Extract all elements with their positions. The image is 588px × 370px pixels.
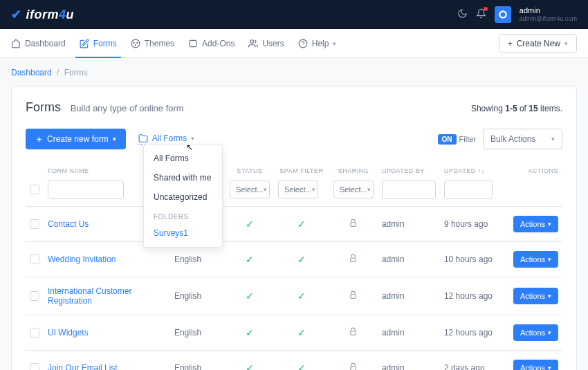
form-link[interactable]: Contact Us — [48, 219, 89, 229]
toolbar: Create new form ▾ All Forms ▾ ↖ All Form… — [26, 129, 562, 149]
row-actions-button[interactable]: Actions ▾ — [513, 324, 558, 341]
check-icon: ✓ — [297, 254, 306, 265]
col-spam[interactable]: SPAM FILTER — [274, 162, 329, 180]
chevron-down-icon: ▾ — [333, 40, 336, 47]
edit-icon — [80, 39, 89, 48]
puzzle-icon — [188, 39, 198, 48]
bulk-actions-select[interactable]: Bulk Actions ▾ — [483, 129, 562, 149]
table-row: Join Our Email List English ✓ ✓ admin 2 … — [26, 351, 562, 371]
create-form-button[interactable]: Create new form ▾ — [26, 129, 126, 149]
filter-sharing-select[interactable]: Select...▾ — [333, 181, 374, 198]
col-sharing[interactable]: SHARING — [329, 162, 378, 180]
theme-toggle-icon[interactable] — [457, 8, 468, 21]
chevron-down-icon: ▾ — [551, 136, 555, 142]
row-updated: 9 hours ago — [440, 207, 509, 242]
svg-point-3 — [134, 42, 134, 43]
notification-dot — [484, 7, 488, 11]
filter-spam-select[interactable]: Select...▾ — [278, 181, 318, 198]
row-actions-button[interactable]: Actions ▾ — [513, 360, 558, 370]
dropdown-all-forms[interactable]: All Forms — [144, 149, 222, 168]
folder-selector[interactable]: All Forms ▾ — [138, 133, 195, 145]
form-link[interactable]: UI Widgets — [48, 328, 89, 337]
row-actions-button[interactable]: Actions ▾ — [513, 251, 558, 268]
users-icon — [248, 39, 258, 48]
row-checkbox[interactable] — [30, 291, 39, 301]
svg-rect-12 — [351, 223, 356, 226]
table-row: Wedding Invitation English ✓ ✓ admin 10 … — [26, 242, 562, 277]
row-updated: 2 days ago — [440, 351, 509, 371]
nav-forms[interactable]: Forms — [80, 29, 117, 57]
plus-icon — [35, 136, 43, 143]
nav-users[interactable]: Users — [248, 29, 284, 57]
row-checkbox[interactable] — [30, 328, 39, 337]
row-language: English — [170, 315, 226, 351]
check-icon: ✓ — [246, 362, 254, 370]
sort-icon: ↑↓ — [478, 167, 485, 174]
user-name: admin — [520, 6, 577, 15]
svg-rect-6 — [190, 40, 196, 46]
user-info[interactable]: admin admin@iform4u.com — [520, 6, 577, 23]
svg-point-4 — [136, 42, 137, 43]
home-icon — [11, 39, 21, 48]
nav-dashboard[interactable]: Dashboard — [11, 29, 66, 57]
content: Dashboard / Forms Forms Build any type o… — [0, 58, 588, 370]
help-icon — [298, 39, 308, 48]
logo[interactable]: ✔ iform4u — [11, 7, 74, 22]
svg-point-7 — [250, 39, 254, 43]
form-link[interactable]: Join Our Email List — [48, 363, 118, 370]
row-updated-by: admin — [378, 242, 440, 277]
col-actions: ACTIONS — [509, 162, 562, 180]
check-icon: ✓ — [297, 290, 306, 302]
chevron-down-icon: ▾ — [564, 40, 568, 47]
dropdown-folders-header: FOLDERS — [144, 207, 222, 223]
col-updated[interactable]: UPDATED ↑↓ — [440, 162, 509, 180]
row-actions-button[interactable]: Actions ▾ — [513, 288, 558, 304]
check-icon: ✓ — [246, 254, 254, 265]
row-updated-by: admin — [378, 277, 440, 315]
logo-check-icon: ✔ — [11, 7, 22, 22]
breadcrumb-root[interactable]: Dashboard — [11, 68, 52, 77]
breadcrumb: Dashboard / Forms — [11, 68, 577, 77]
dropdown-folder-surveys1[interactable]: Surveys1 — [144, 223, 222, 243]
filter-name-input[interactable] — [48, 180, 124, 199]
row-checkbox[interactable] — [30, 255, 39, 264]
filter-toggle[interactable]: ON Filter — [438, 134, 476, 145]
lock-icon — [349, 292, 358, 302]
notifications-icon[interactable] — [476, 8, 486, 21]
folder-icon — [138, 133, 148, 143]
check-icon: ✓ — [246, 219, 254, 230]
row-actions-button[interactable]: Actions ▾ — [513, 216, 558, 232]
select-all-checkbox[interactable] — [30, 185, 39, 194]
lock-icon — [349, 255, 358, 265]
lock-icon — [349, 220, 358, 230]
page-title: Forms — [26, 100, 61, 114]
col-status[interactable]: STATUS — [226, 162, 274, 180]
row-checkbox[interactable] — [30, 363, 39, 370]
showing-count: Showing 1-5 of 15 items. — [471, 104, 562, 113]
col-updated-by[interactable]: UPDATED BY — [378, 162, 440, 180]
chevron-down-icon: ▾ — [113, 136, 116, 142]
card-header: Forms Build any type of online form Show… — [26, 100, 562, 115]
filter-updatedby-input[interactable] — [382, 180, 436, 199]
row-updated-by: admin — [378, 207, 440, 242]
topbar: ✔ iform4u admin admin@iform4u.com — [0, 0, 588, 29]
row-checkbox[interactable] — [30, 219, 39, 229]
form-link[interactable]: Wedding Invitation — [48, 255, 116, 264]
check-icon: ✓ — [297, 219, 306, 230]
filter-updated-input[interactable] — [444, 180, 493, 199]
nav-themes[interactable]: Themes — [131, 29, 174, 57]
form-link[interactable]: International Customer Registration — [48, 286, 131, 306]
nav-addons[interactable]: Add-Ons — [188, 29, 235, 57]
table-row: International Customer Registration Engl… — [26, 277, 562, 315]
avatar[interactable] — [495, 6, 511, 23]
dropdown-shared[interactable]: Shared with me — [144, 168, 222, 187]
forms-table: FORM NAME LANGUAGE STATUS SPAM FILTER SH… — [26, 162, 562, 370]
check-icon: ✓ — [246, 290, 254, 302]
dropdown-uncategorized[interactable]: Uncategorized — [144, 187, 222, 207]
nav-help[interactable]: Help ▾ — [298, 29, 337, 57]
create-new-button[interactable]: + Create New ▾ — [499, 34, 577, 53]
check-icon: ✓ — [297, 327, 306, 338]
row-updated: 12 hours ago — [440, 277, 509, 315]
filter-status-select[interactable]: Select...▾ — [230, 181, 270, 198]
chevron-down-icon: ▾ — [191, 135, 194, 142]
